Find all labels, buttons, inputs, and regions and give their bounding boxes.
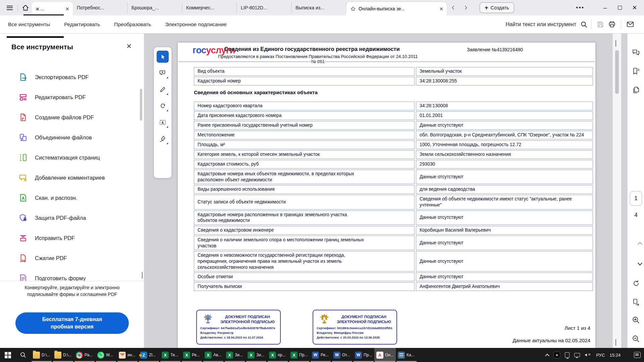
sheet-number: Лист 1 из 4 xyxy=(565,325,590,331)
page-thumbnails-button[interactable] xyxy=(630,84,642,96)
taskbar-app[interactable]: Зи... xyxy=(246,348,267,362)
action-center-icon[interactable] xyxy=(634,352,641,358)
taskbar-app[interactable]: Зи... xyxy=(224,348,246,362)
tab-back-button[interactable] xyxy=(447,1,460,14)
highlight-tool-button[interactable] xyxy=(156,83,169,96)
current-page-input[interactable]: 1 xyxy=(630,191,642,206)
scroll-down-icon[interactable] xyxy=(142,272,143,278)
document-scrollbar[interactable] xyxy=(612,34,621,348)
taskbar-app[interactable]: Пр... xyxy=(353,348,374,362)
trial-button[interactable]: Бесплатная 7-дневная пробная версия xyxy=(15,312,129,334)
lasso-tool-button[interactable] xyxy=(156,99,169,113)
scrollbar-thumb[interactable] xyxy=(140,89,142,121)
email-button[interactable] xyxy=(625,19,636,30)
sign-tool-button[interactable] xyxy=(156,132,169,145)
browser-tab[interactable]: Потребнос... xyxy=(73,2,127,13)
taskbar-app-icon xyxy=(162,352,169,359)
browser-tab[interactable]: Брошюра_... xyxy=(127,2,182,13)
select-tool-button[interactable] xyxy=(156,50,169,63)
clock[interactable]: 15:24 xyxy=(609,353,621,358)
close-tab-icon[interactable]: ✕ xyxy=(439,6,443,11)
taskbar-app-label: Ав... xyxy=(213,353,221,357)
taskbar-app[interactable]: D:\... xyxy=(31,348,52,362)
tool-item-compress-pdf[interactable]: Сжатие PDF xyxy=(0,248,138,268)
close-tab-icon[interactable]: ✕ xyxy=(65,6,69,11)
zoom-in-button[interactable] xyxy=(630,314,642,326)
browser-tab-active[interactable]: Онлайн-выписка зе... ✕ xyxy=(346,2,447,15)
minimize-button[interactable]: – xyxy=(598,1,612,14)
taskbar-app-icon xyxy=(312,352,319,359)
application-number: Заявление №4139216480 xyxy=(467,47,523,52)
app-menu-button[interactable] xyxy=(3,1,16,14)
table-row: Кадастровая стоимость, руб 293030 xyxy=(194,160,593,169)
browser-tab[interactable]: LIP-8012D... xyxy=(237,2,291,13)
wireless-display-icon[interactable]: » xyxy=(553,352,560,358)
tool-item-add-comments[interactable]: Добавление комментариев xyxy=(0,168,138,188)
create-button[interactable]: + Создать xyxy=(480,2,514,13)
close-panel-icon[interactable]: ✕ xyxy=(126,42,132,50)
previous-page-button[interactable] xyxy=(634,239,644,250)
taskbar-app[interactable]: Ра... xyxy=(74,348,95,362)
text-box-icon xyxy=(159,119,166,126)
taskbar-search-button[interactable] xyxy=(15,348,31,362)
comments-panel-button[interactable] xyxy=(630,47,642,58)
taskbar-app[interactable]: ZI... xyxy=(138,348,160,362)
tab-forward-button[interactable] xyxy=(460,1,472,14)
zoom-out-button[interactable] xyxy=(630,333,642,345)
taskbar-app[interactable]: От... xyxy=(331,348,353,362)
scrollbar-thumb[interactable] xyxy=(615,50,619,94)
taskbar-app[interactable]: Ре... xyxy=(181,348,203,362)
tablet-icon[interactable] xyxy=(565,352,570,358)
search-control[interactable]: Найти текст или инструмент xyxy=(506,21,588,28)
row-label: Номер кадастрового квартала xyxy=(194,102,415,110)
taskbar-app[interactable]: Ре... xyxy=(310,348,331,362)
menu-convert[interactable]: Преобразовать xyxy=(114,21,151,27)
home-button[interactable] xyxy=(19,1,32,14)
taskbar-app[interactable]: Те... xyxy=(160,348,181,362)
taskbar-app[interactable]: ин... xyxy=(117,348,138,362)
tool-item-combine-files[interactable]: Объединение файлов xyxy=(0,127,138,147)
add-comment-tool-button[interactable] xyxy=(156,66,169,80)
scroll-up-icon[interactable] xyxy=(615,40,616,46)
taskbar-app-icon xyxy=(248,352,255,359)
next-page-button[interactable] xyxy=(634,257,644,269)
tool-item-edit-pdf[interactable]: Редактировать PDF xyxy=(0,87,138,107)
tool-item-repair-pdf[interactable]: Исправить PDF xyxy=(0,228,138,248)
language-indicator[interactable]: РУС xyxy=(596,353,605,358)
refresh-button[interactable] xyxy=(630,278,642,289)
volume-muted-icon[interactable] xyxy=(585,352,591,358)
browser-tab[interactable]: Коммерчес... xyxy=(182,2,237,13)
scroll-down-icon[interactable] xyxy=(615,339,616,345)
browser-tab[interactable]: Выписка из... xyxy=(291,2,346,13)
taskbar-app[interactable]: Ка... xyxy=(396,348,417,362)
tool-item-prepare-form[interactable]: Подготовить форму xyxy=(0,268,138,281)
taskbar-app[interactable]: D:\... xyxy=(52,348,74,362)
tool-item-create-pdf[interactable]: Создание файлов PDF xyxy=(0,107,138,127)
tool-item-organize-pages[interactable]: Систематизация страниц xyxy=(0,147,138,168)
tool-item-label: Добавление комментариев xyxy=(35,175,105,181)
maximize-button[interactable] xyxy=(612,1,627,14)
taskbar-app[interactable]: W... xyxy=(95,348,117,362)
menu-esign[interactable]: Электронное подписание xyxy=(165,21,226,27)
tool-item-protect-pdf[interactable]: Защита PDF-файла xyxy=(0,208,138,228)
monitor-icon[interactable] xyxy=(574,353,580,357)
save-button[interactable] xyxy=(595,19,606,30)
start-button[interactable] xyxy=(0,348,15,362)
close-window-button[interactable]: ✕ xyxy=(627,1,642,14)
more-options-icon[interactable]: ••• xyxy=(576,4,584,11)
extract-pages-button[interactable] xyxy=(630,296,642,308)
taskbar-app[interactable]: Пр... xyxy=(288,348,310,362)
taskbar-app[interactable]: пр... xyxy=(267,348,288,362)
bookmarks-panel-button[interactable] xyxy=(630,66,642,77)
tool-item-scan-ocr[interactable]: Скан. и распозн. xyxy=(0,188,138,208)
tray-expand-icon[interactable] xyxy=(546,353,549,357)
taskbar-app[interactable]: Ав... xyxy=(203,348,224,362)
menu-edit[interactable]: Редактировать xyxy=(64,21,100,27)
print-button[interactable] xyxy=(606,19,618,30)
panel-scrollbar[interactable] xyxy=(139,54,143,308)
tool-item-export-pdf[interactable]: Экспортировать PDF xyxy=(0,67,138,87)
taskbar-app[interactable]: Он... xyxy=(374,348,396,362)
menu-all-tools[interactable]: Все инструменты xyxy=(8,21,50,27)
browser-tab-overflow[interactable]: ж ... ✕ xyxy=(32,2,73,15)
add-text-tool-button[interactable] xyxy=(156,116,169,129)
